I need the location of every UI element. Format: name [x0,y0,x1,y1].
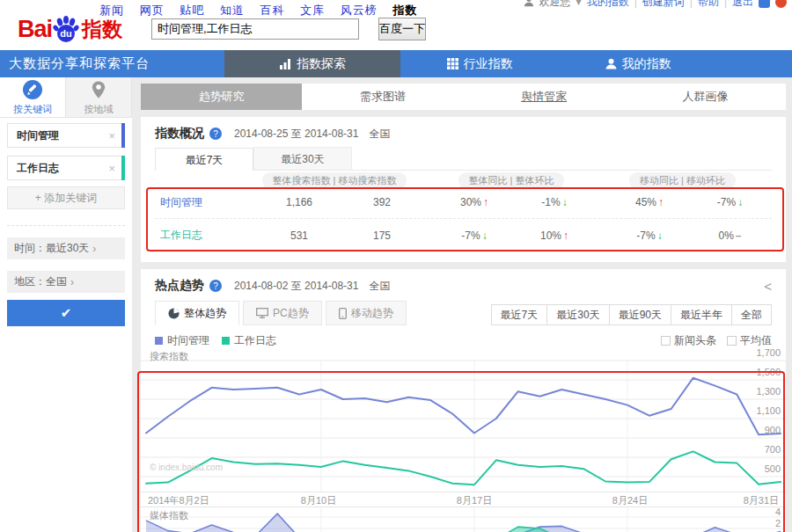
tab-demand-map[interactable]: 需求图谱 [302,84,463,110]
svg-text:1,500: 1,500 [756,367,781,377]
x-axis-labels: 2014年8月2日 8月10日 8月17日 8月24日 8月31日 [141,492,786,507]
overview-title: 指数概况 [155,126,204,142]
legend-swatch [222,337,230,345]
keyword-chip-2[interactable]: 工作日志 × [7,156,125,180]
media-index-svg: 42 [141,507,786,532]
range-7d-button[interactable]: 最近7天 [491,304,548,325]
nav-link-web[interactable]: 网页 [140,4,165,17]
svg-text:1,100: 1,100 [756,405,781,416]
sidebar-tab-by-region[interactable]: 按地域 [66,77,132,117]
share-icon[interactable]: < [764,279,772,294]
tab-overall-trend[interactable]: 整体趋势 [155,301,239,325]
metric-mom: -1%↓ [517,196,591,208]
index-overview-card: 指数概况 ? 2014-08-25 至 2014-08-31 全国 最近7天 最… [141,117,786,262]
overall-index-value: 1,166 [252,196,347,208]
range-half-year-button[interactable]: 最近半年 [671,304,732,325]
dash-icon: – [736,230,742,242]
mobile-phone-icon [339,308,347,319]
legend-item-keyword-1[interactable]: 时间管理 [155,333,209,348]
navbar-tab-index-explore[interactable]: 指数探索 [224,50,400,77]
account-link-new-word[interactable]: 创建新词 [642,0,685,10]
sidebar-divider [7,225,125,226]
tab-audience-profile[interactable]: 人群画像 [625,84,786,110]
svg-text:500: 500 [765,463,781,474]
range-all-button[interactable]: 全部 [731,304,772,325]
tab-last-7-days[interactable]: 最近7天 [155,148,253,171]
metric-yoy: -7%↓ [431,230,517,242]
svg-text:1,300: 1,300 [756,386,781,397]
checkbox-icon [661,336,671,346]
remove-keyword-icon[interactable]: × [108,162,115,175]
baidu-search-button[interactable]: 百度一下 [378,18,426,40]
arrow-up-icon: ↑ [483,196,488,208]
help-icon[interactable]: ? [209,280,222,292]
account-link-help[interactable]: 帮助 [698,0,719,10]
metric-yoy: 30%↑ [431,196,517,208]
table-row: 工作日志 531 175 -7%↓ 10%↑ -7%↓ 0%– [155,219,772,251]
keyword-chip-label: 时间管理 [17,128,59,143]
overview-range-tabs: 最近7天 最近30天 [155,147,772,171]
person-icon [605,58,617,69]
help-icon[interactable]: ? [209,128,222,140]
x-tick: 8月10日 [301,494,336,507]
range-30d-button[interactable]: 最近30天 [546,304,609,325]
account-link-my-index[interactable]: 我的指数 [587,0,629,10]
range-90d-button[interactable]: 最近90天 [609,304,671,325]
caret-down-icon[interactable]: ▾ [576,0,582,8]
nav-link-baike[interactable]: 百科 [260,4,285,17]
sidebar-tab-by-keyword[interactable]: 按关键词 [0,77,66,117]
column-group-overall-compare: 整体同比 | 整体环比 [458,172,565,189]
account-bar: 欢迎您 ▾ 我的指数| 创建新词| 帮助| 退出 [524,0,787,10]
baidu-index-logo[interactable]: Bai du 指数 [18,13,122,45]
tab-mobile-trend[interactable]: 移动趋势 [326,301,407,325]
navbar-tab-my-index[interactable]: 我的指数 [559,50,717,77]
row-keyword-link[interactable]: 时间管理 [155,195,252,210]
mobile-index-value: 175 [347,230,417,242]
nav-link-zhidao[interactable]: 知道 [220,4,245,17]
search-index-svg: 1,7001,5001,3001,100900700500 [141,348,786,492]
trend-date-range: 2014-08-02 至 2014-08-31 [234,279,358,294]
arrow-up-icon: ↑ [658,196,664,208]
tab-pc-trend[interactable]: PC趋势 [243,301,322,325]
region-filter[interactable]: 地区：全国› [7,271,125,293]
overview-date-range: 2014-08-25 至 2014-08-31 [234,127,358,142]
nav-link-fengyunbang[interactable]: 风云榜 [341,4,378,17]
nav-link-index[interactable]: 指数 [392,4,417,17]
arrow-up-icon: ↑ [563,230,568,242]
tab-trend-research[interactable]: 趋势研究 [141,84,302,110]
metric-mobile-yoy: -7%↓ [602,230,697,242]
x-tick: 8月24日 [612,494,648,507]
arrow-down-icon: ↓ [562,196,568,208]
navbar-tab-industry-index[interactable]: 行业指数 [400,50,559,77]
keyword-chip-1[interactable]: 时间管理 × [7,123,125,148]
remove-keyword-icon[interactable]: × [108,129,115,142]
profile-icon[interactable] [775,0,787,8]
add-keyword-button[interactable]: + 添加关键词 [7,186,125,209]
checkbox-average[interactable]: 平均值 [727,333,772,348]
keyword-chip-label: 工作日志 [17,161,59,176]
row-keyword-link[interactable]: 工作日志 [155,228,252,243]
overview-region: 全国 [369,127,390,142]
account-link-logout[interactable]: 退出 [732,0,753,10]
svg-text:700: 700 [765,444,781,455]
map-pin-icon [89,79,108,100]
search-index-chart: 1,7001,5001,3001,100900700500 搜索指数 © ind… [141,348,786,492]
checkbox-news-headlines[interactable]: 新闻头条 [661,333,716,348]
search-input[interactable] [151,18,359,40]
app-icon[interactable] [759,0,770,8]
user-icon [524,0,534,7]
legend-item-keyword-2[interactable]: 工作日志 [222,333,276,348]
tab-sentiment-manager[interactable]: 舆情管家 [464,84,625,110]
nav-link-tieba[interactable]: 贴吧 [180,4,204,17]
x-tick: 2014年8月2日 [148,494,209,507]
metric-mobile-mom: 0%– [697,230,763,242]
tab-last-30-days[interactable]: 最近30天 [253,147,352,170]
nav-link-wenku[interactable]: 文库 [300,4,325,17]
account-user: 欢迎您 [539,0,571,10]
time-filter[interactable]: 时间：最近30天› [7,237,125,259]
top-header: 欢迎您 ▾ 我的指数| 创建新词| 帮助| 退出 新闻 网页 贴吧 知道 百科 … [0,0,792,50]
column-group-mobile-compare: 移动同比 | 移动环比 [629,172,736,189]
apply-filters-button[interactable]: ✔ [7,300,125,326]
grid-icon [447,58,458,69]
metric-mom: 10%↑ [517,230,591,242]
